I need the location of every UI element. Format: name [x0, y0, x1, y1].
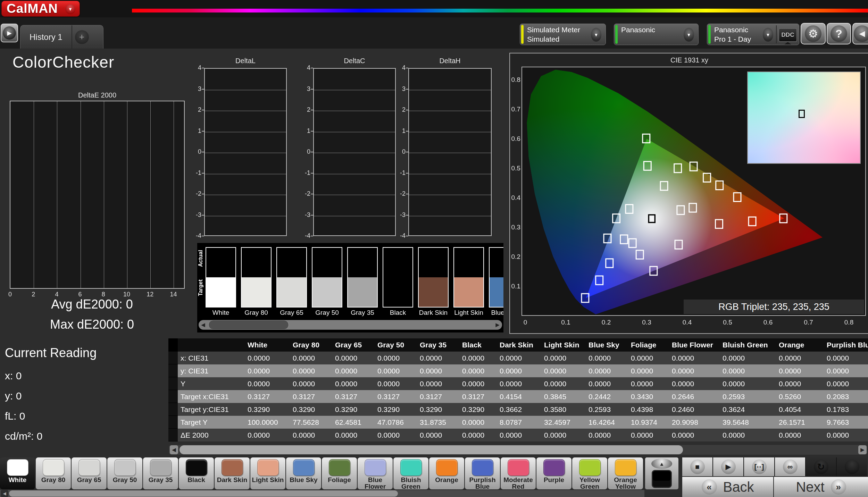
patch-button-label: Blue Sky	[290, 477, 317, 483]
current-reading-title: Current Reading	[5, 346, 97, 360]
continuous-read-button[interactable]: ∞	[775, 457, 805, 476]
swatch-label: Gray 65	[274, 309, 309, 317]
table-cell: 0.0000	[460, 429, 498, 441]
meter-dropdown[interactable]: Simulated Meter Simulated ▼	[520, 24, 606, 45]
strip-scroll-thumb[interactable]	[208, 320, 289, 330]
axis-tick-label: 4	[396, 64, 406, 71]
table-cell: 0.2083	[825, 390, 868, 403]
top-bar: CalMAN ▼	[0, 0, 868, 17]
table-scroll-thumb[interactable]	[180, 445, 683, 454]
next-button[interactable]: Next »	[774, 477, 868, 497]
play-button[interactable]: ▶	[713, 457, 743, 476]
patch-button-dark-skin[interactable]: Dark Skin	[215, 457, 250, 489]
axis-tick-label: -4	[192, 232, 201, 239]
axis-tick-label: -2	[301, 190, 310, 197]
scroll-left-icon[interactable]: ◀	[170, 445, 178, 454]
plus-icon: +	[75, 30, 89, 44]
ddc-monitor-button[interactable]: DDC	[778, 28, 797, 42]
grid-line	[205, 90, 286, 90]
patch-button-purplish-blue[interactable]: Purplish Blue	[465, 457, 500, 489]
scroll-left-icon[interactable]: ◀	[1, 490, 8, 497]
add-tab-button[interactable]: +	[72, 30, 92, 44]
actual-swatch	[206, 248, 235, 277]
patch-button-gray-35[interactable]: Gray 35	[143, 457, 178, 489]
patch-button-black[interactable]: Black	[179, 457, 214, 489]
patch-button-bluish-green[interactable]: Bluish Green	[393, 457, 428, 489]
help-button[interactable]: ?	[827, 23, 851, 44]
patch-button-gray-65[interactable]: Gray 65	[72, 457, 107, 489]
scroll-left-icon[interactable]: ◀	[199, 320, 208, 330]
axis-tick-label: 0.8	[510, 76, 520, 84]
patch-button-foliage[interactable]: Foliage	[322, 457, 357, 489]
axis-tick-label: 2	[192, 106, 201, 113]
scroll-right-icon[interactable]: ▶	[858, 445, 867, 454]
patch-button-label: Orange	[435, 477, 458, 483]
meter-status-stripe	[521, 25, 524, 44]
pattern-preview[interactable]	[652, 470, 672, 488]
column-header: Purplish Blue	[825, 338, 868, 352]
table-cell: 0.0000	[720, 364, 777, 377]
results-table: WhiteGray 80Gray 65Gray 50Gray 35BlackDa…	[168, 338, 868, 441]
chevron-down-icon: ▼	[763, 28, 773, 42]
patch-button-moderate-red[interactable]: Moderate Red	[501, 457, 536, 489]
axis-tick-label: -1	[301, 169, 310, 177]
table-scrollbar[interactable]: ◀ ▶	[169, 445, 867, 455]
patch-color-swatch	[222, 459, 243, 476]
scroll-right-icon[interactable]: ▶	[493, 320, 502, 330]
patch-button-orange[interactable]: Orange	[429, 457, 464, 489]
inactive-button[interactable]	[837, 457, 867, 476]
table-cell: 9.7663	[825, 416, 868, 429]
cie-1931-panel: CIE 1931 xy 00.10.20.30.40.50.60.70.80.1…	[509, 53, 868, 334]
patch-button-blue-sky[interactable]: Blue Sky	[286, 457, 321, 489]
source-dropdown[interactable]: Panasonic ▼	[614, 24, 699, 45]
axis-tick-label: 0.5	[723, 319, 732, 326]
patch-button-white[interactable]: White	[0, 457, 35, 489]
refresh-button[interactable]: ↻	[806, 457, 836, 476]
settings-button[interactable]: ⚙	[801, 23, 826, 44]
back-button[interactable]: « Back	[682, 477, 773, 497]
target-swatch	[348, 277, 377, 307]
patch-button-light-skin[interactable]: Light Skin	[250, 457, 285, 489]
patch-button-gray-80[interactable]: Gray 80	[36, 457, 71, 489]
stop-button[interactable]: ■	[682, 457, 712, 476]
double-chevron-left-icon: «	[702, 479, 717, 495]
bottom-scroll-thumb[interactable]	[9, 490, 398, 497]
swatch-patch	[347, 247, 378, 308]
axis-tick-label: 0	[192, 148, 201, 155]
axis-tick	[202, 236, 204, 236]
max-de2000-value: Max dE2000: 0	[0, 317, 184, 332]
table-cell: 0.0000	[245, 352, 291, 364]
table-cell: 77.5628	[291, 416, 333, 429]
layout-nav-button[interactable]: ▶	[1, 24, 18, 42]
table-row: Target Y100.000077.562862.458147.078631.…	[168, 416, 868, 429]
patch-button-label: Yellow Green	[572, 477, 607, 490]
bottom-scrollbar[interactable]: ◀	[0, 490, 644, 497]
eject-pattern-button[interactable]: ▲	[651, 458, 672, 469]
chevron-left-icon: ◀	[854, 25, 868, 42]
patch-button-yellow-green[interactable]: Yellow Green	[572, 457, 607, 489]
patch-button-gray-50[interactable]: Gray 50	[107, 457, 142, 489]
patch-button-purple[interactable]: Purple	[536, 457, 571, 489]
meter-dropdown-line1: Simulated Meter	[527, 26, 580, 34]
read-series-button[interactable]: [··]	[744, 457, 774, 476]
table-cell: 0.0000	[460, 364, 498, 377]
patch-button-orange-yellow[interactable]: Orange Yellow	[608, 457, 643, 489]
display-dropdown[interactable]: Panasonic Pro 1 - Day ▼ DDC	[707, 24, 799, 45]
target-swatch	[277, 277, 306, 307]
patch-button-blue-flower[interactable]: Blue Flower	[358, 457, 393, 489]
collapse-panel-button[interactable]: ◀	[852, 23, 868, 44]
axis-tick	[311, 173, 313, 174]
calman-logo: CalMAN	[7, 1, 58, 16]
up-arrow-icon: ▲	[659, 461, 665, 467]
strip-scrollbar[interactable]: ◀ ▶	[199, 320, 502, 330]
refresh-icon: ↻	[814, 460, 828, 474]
table-cell: 0.0000	[498, 352, 542, 364]
table-cell: 0.0000	[629, 352, 670, 364]
table-cell: 0.0000	[418, 352, 460, 364]
table-cell: 0.0000	[720, 429, 777, 441]
axis-tick-label: -3	[396, 211, 406, 219]
calman-menu-button[interactable]: CalMAN ▼	[1, 1, 80, 17]
tab-history-1[interactable]: History 1	[20, 32, 72, 42]
deltac-chart	[313, 68, 396, 236]
table-cell: 0.0000	[825, 377, 868, 390]
